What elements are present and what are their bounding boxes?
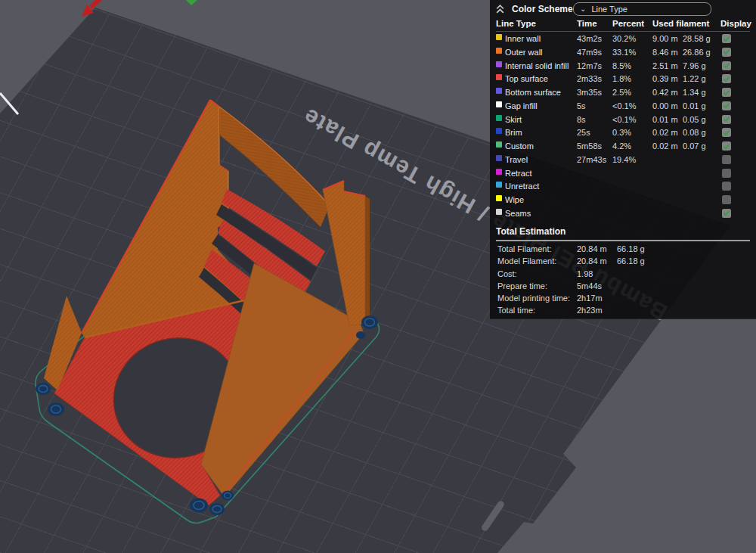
display-checkbox[interactable] <box>722 169 731 178</box>
total-value-1: 5m44s <box>577 281 602 290</box>
time-value: 47m9s <box>577 48 602 57</box>
line-type-label: Outer wall <box>505 48 543 57</box>
col-time: Time <box>577 19 597 28</box>
line-type-label: Retract <box>505 169 531 178</box>
line-type-row: Skirt8s<0.1%0.01 m0.05 g <box>496 113 750 127</box>
display-checkbox[interactable] <box>722 141 731 151</box>
total-value-2: 66.18 g <box>617 256 645 266</box>
line-type-label: Inner wall <box>505 34 541 43</box>
time-value: 3m35s <box>577 88 602 97</box>
line-type-row: Wipe <box>496 194 750 207</box>
display-checkbox[interactable] <box>722 48 731 57</box>
line-type-color-swatch <box>496 128 502 134</box>
time-value: 12m7s <box>577 61 602 70</box>
plate-edge-highlight <box>0 93 18 114</box>
total-value-1: 2h17m <box>577 294 603 303</box>
line-type-color-swatch <box>496 61 502 67</box>
display-checkbox[interactable] <box>722 195 731 204</box>
display-checkbox[interactable] <box>722 88 731 97</box>
total-estimation-row: Cost:1.98 <box>496 268 750 280</box>
line-type-row: Unretract <box>496 180 750 194</box>
panel-header: Color Scheme ⌄ Line Type <box>490 0 756 18</box>
filament-length-value: 0.02 m <box>652 128 678 137</box>
total-estimation-row: Total time:2h23m <box>496 304 750 316</box>
filament-length-value: 0.39 m <box>652 74 678 83</box>
percent-value: <0.1% <box>612 101 637 110</box>
sliced-model[interactable] <box>44 100 370 505</box>
col-line-type: Line Type <box>496 19 536 28</box>
display-checkbox[interactable] <box>722 61 731 70</box>
collapse-icon[interactable] <box>495 4 505 14</box>
line-type-color-swatch <box>496 169 502 175</box>
display-checkbox[interactable] <box>722 128 731 137</box>
filament-weight-value: 0.05 g <box>683 115 706 124</box>
view-mode-value: Line Type <box>591 5 627 14</box>
time-value: 2m33s <box>577 74 602 83</box>
percent-value: 19.4% <box>612 155 636 164</box>
line-type-row: Brim25s0.3%0.02 m0.08 g <box>496 126 750 140</box>
percent-value: 2.5% <box>612 88 631 97</box>
display-checkbox[interactable] <box>722 101 731 110</box>
col-display: Display <box>720 19 751 28</box>
chevron-down-icon: ⌄ <box>580 5 586 13</box>
display-checkbox[interactable] <box>722 34 731 43</box>
filament-length-value: 0.42 m <box>652 88 678 97</box>
display-checkbox[interactable] <box>722 155 731 164</box>
line-type-row: Internal solid infill12m7s8.5%2.51 m7.96… <box>496 60 750 73</box>
display-checkbox[interactable] <box>722 115 731 124</box>
line-type-label: Top surface <box>505 74 548 83</box>
display-checkbox[interactable] <box>722 74 731 83</box>
line-type-label: Brim <box>505 128 522 137</box>
line-type-row: Seams <box>496 207 750 221</box>
color-scheme-panel: Color Scheme ⌄ Line Type Line Type Time … <box>490 0 756 319</box>
axis-x-arrow <box>82 0 103 17</box>
line-type-label: Skirt <box>505 115 522 124</box>
plate-handle-slot <box>480 499 505 532</box>
line-type-row: Retract <box>496 167 750 181</box>
time-value: 43m2s <box>577 34 602 43</box>
percent-value: 8.5% <box>612 61 631 70</box>
percent-value: 33.1% <box>612 48 636 57</box>
col-used-filament: Used filament <box>652 19 709 28</box>
total-value-1: 20.84 m <box>577 244 607 253</box>
total-estimation-row: Total Filament:20.84 m66.18 g <box>496 243 750 255</box>
time-value: 25s <box>577 128 590 137</box>
total-label: Total time: <box>497 306 535 315</box>
filament-weight-value: 28.58 g <box>683 34 711 43</box>
line-type-label: Travel <box>505 155 528 164</box>
percent-value: 30.2% <box>612 34 636 43</box>
line-type-label: Wipe <box>505 195 524 204</box>
line-type-label: Custom <box>505 141 534 151</box>
total-label: Cost: <box>497 269 517 278</box>
line-type-color-swatch <box>496 101 502 107</box>
percent-value: 4.2% <box>612 141 631 151</box>
line-type-row: Bottom surface3m35s2.5%0.42 m1.34 g <box>496 86 750 100</box>
time-value: 5m58s <box>577 141 602 151</box>
filament-weight-value: 1.34 g <box>683 88 706 97</box>
line-type-color-swatch <box>496 182 502 188</box>
total-label: Total Filament: <box>497 244 552 253</box>
filament-weight-value: 7.96 g <box>683 61 706 70</box>
filament-length-value: 2.51 m <box>652 61 678 70</box>
line-type-row: Gap infill5s<0.1%0.00 m0.01 g <box>496 100 750 113</box>
display-checkbox[interactable] <box>722 182 731 191</box>
line-type-color-swatch <box>496 74 502 80</box>
time-value: 8s <box>577 115 586 124</box>
line-type-label: Bottom surface <box>505 88 561 97</box>
filament-weight-value: 0.01 g <box>683 101 706 110</box>
view-mode-dropdown[interactable]: ⌄ Line Type <box>573 2 711 16</box>
line-type-color-swatch <box>496 34 502 40</box>
total-estimation-row: Prepare time:5m44s <box>496 280 750 292</box>
panel-title: Color Scheme <box>512 4 573 14</box>
total-estimation-table: Total Filament:20.84 m66.18 gModel Filam… <box>496 243 750 317</box>
filament-length-value: 0.01 m <box>652 115 678 124</box>
total-estimation-title: Total Estimation <box>496 226 750 241</box>
display-checkbox[interactable] <box>722 209 731 218</box>
line-type-row: Top surface2m33s1.8%0.39 m1.22 g <box>496 73 750 86</box>
filament-length-value: 8.46 m <box>652 48 678 57</box>
col-percent: Percent <box>612 19 644 28</box>
table-header: Line Type Time Percent Used filament Dis… <box>496 18 750 32</box>
line-type-color-swatch <box>496 88 502 94</box>
line-type-label: Internal solid infill <box>505 61 569 70</box>
percent-value: 1.8% <box>612 74 631 83</box>
